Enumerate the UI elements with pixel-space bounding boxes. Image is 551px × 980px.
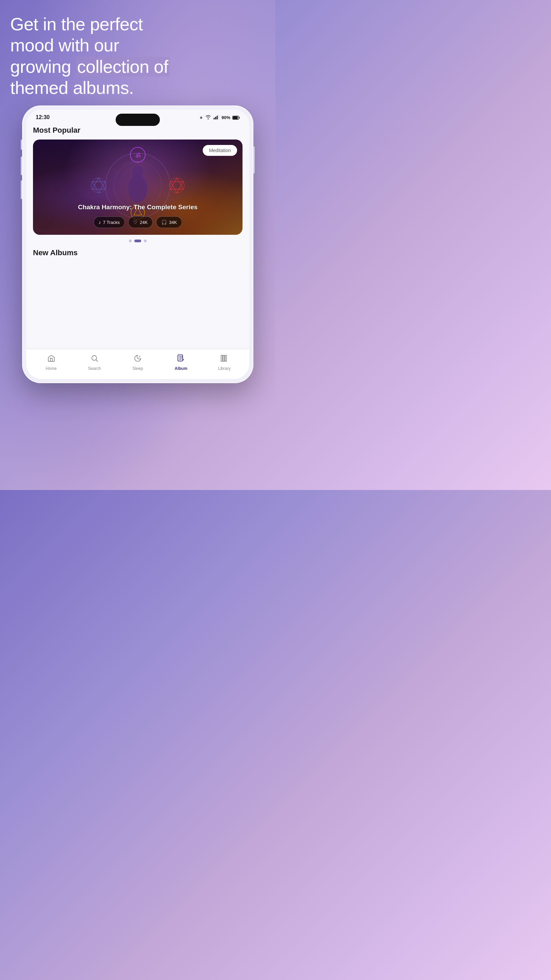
volume-up-button — [21, 156, 22, 175]
nav-home-label: Home — [46, 366, 57, 371]
listens-count: 34K — [169, 220, 177, 225]
dot-3[interactable] — [144, 240, 147, 242]
tracks-count: 7 Tracks — [103, 220, 120, 225]
status-icons: ∗ — [199, 115, 240, 121]
svg-text:z: z — [140, 355, 140, 357]
svg-rect-0 — [214, 118, 214, 119]
svg-rect-1 — [215, 117, 216, 119]
svg-point-16 — [169, 178, 184, 193]
carousel-dots — [33, 235, 243, 246]
svg-point-13 — [91, 178, 106, 193]
headphone-icon: 🎧 — [161, 220, 167, 225]
home-icon — [47, 354, 56, 364]
album-icon — [177, 354, 185, 364]
dynamic-island — [116, 114, 160, 126]
svg-point-20 — [132, 166, 143, 177]
phone-mockup: 12:30 ∗ — [22, 105, 253, 383]
nav-library-label: Library — [218, 366, 230, 371]
volume-down-button — [21, 180, 22, 199]
music-note-icon: ♪ — [98, 220, 101, 225]
album-stats: ♪ 7 Tracks ♡ 24K 🎧 34K — [40, 216, 236, 228]
svg-rect-25 — [221, 355, 222, 361]
library-icon — [220, 354, 228, 364]
svg-rect-3 — [218, 115, 219, 119]
search-icon — [91, 354, 98, 364]
nav-album[interactable]: Album — [171, 354, 191, 371]
nav-search[interactable]: Search — [84, 354, 105, 371]
mute-button — [21, 140, 22, 150]
likes-count: 24K — [140, 220, 148, 225]
heart-icon: ♡ — [133, 220, 138, 225]
dot-1[interactable] — [129, 240, 132, 242]
svg-rect-2 — [217, 116, 218, 119]
svg-rect-27 — [225, 355, 227, 361]
nav-home[interactable]: Home — [41, 354, 62, 371]
signal-icon — [213, 115, 219, 121]
new-albums-title: New Albums — [33, 246, 243, 261]
nav-search-label: Search — [88, 366, 101, 371]
likes-stat: ♡ 24K — [128, 216, 153, 228]
bottom-navigation: Home Search z — [26, 350, 249, 379]
bluetooth-icon: ∗ — [199, 115, 203, 120]
listens-stat: 🎧 34K — [156, 216, 182, 228]
nav-album-label: Album — [175, 366, 187, 371]
status-time: 12:30 — [36, 115, 50, 121]
svg-text:ॐ: ॐ — [135, 152, 140, 159]
sleep-icon: z z — [134, 354, 142, 364]
nav-library[interactable]: Library — [214, 354, 234, 371]
phone-screen: 12:30 ∗ — [26, 110, 249, 379]
album-title: Chakra Harmony: The Complete Series — [40, 203, 236, 212]
nav-sleep[interactable]: z z Sleep — [127, 354, 148, 371]
power-button — [253, 146, 255, 173]
featured-album-card[interactable]: ॐ — [33, 140, 243, 235]
phone-frame: 12:30 ∗ — [22, 105, 253, 383]
hero-section: Get in the perfect mood with our growing… — [10, 14, 265, 99]
album-category-tag: Meditation — [203, 145, 237, 156]
battery-status: 90% — [221, 115, 240, 120]
svg-rect-5 — [233, 116, 238, 119]
tracks-stat: ♪ 7 Tracks — [94, 216, 125, 228]
svg-rect-6 — [239, 117, 240, 118]
svg-rect-26 — [223, 355, 224, 361]
dot-2-active[interactable] — [134, 240, 141, 242]
hero-title: Get in the perfect mood with our growing… — [10, 14, 265, 99]
svg-point-19 — [128, 175, 147, 202]
phone-content: Most Popular ॐ — [26, 124, 249, 379]
album-info: Chakra Harmony: The Complete Series ♪ 7 … — [33, 203, 243, 228]
nav-sleep-label: Sleep — [133, 366, 143, 371]
wifi-icon — [205, 115, 211, 121]
